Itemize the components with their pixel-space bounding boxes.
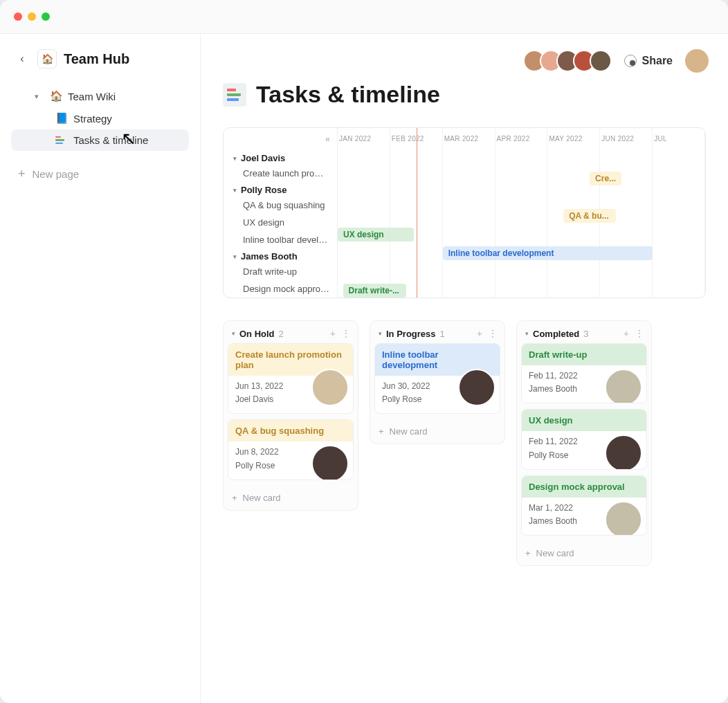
current-user-avatar[interactable] (685, 49, 709, 73)
sidebar: ‹ 🏠 Team Hub ▾ 🏠 Team Wiki 📘 Strategy Ta… (0, 34, 201, 703)
plus-icon: + (232, 493, 237, 503)
kanban-card[interactable]: Design mock approvalMar 1, 2022James Boo… (521, 475, 647, 536)
app-window: ‹ 🏠 Team Hub ▾ 🏠 Team Wiki 📘 Strategy Ta… (0, 0, 728, 703)
share-label: Share (642, 55, 673, 67)
tree-item-tasks-timeline[interactable]: Tasks & timeline (11, 129, 189, 151)
group-name: James Booth (241, 251, 298, 262)
tree-item-strategy[interactable]: 📘 Strategy (11, 107, 189, 129)
share-button[interactable]: Share (624, 55, 673, 67)
board-name: In Progress (386, 329, 436, 339)
add-card-button[interactable]: + (477, 328, 482, 339)
chevron-down-icon[interactable]: ▾ (233, 253, 237, 260)
month-label: APR 2022 (495, 128, 548, 150)
month-label: JUN 2022 (600, 128, 653, 150)
kanban-card[interactable]: Create launch promotion planJun 13, 2022… (228, 343, 354, 414)
collaborator-avatars[interactable] (523, 50, 612, 72)
workspace-icon: 🏠 (37, 49, 57, 69)
board-header: ▾Completed3+⋮ (517, 321, 651, 343)
group-name: Joel Davis (241, 153, 285, 163)
group-name: Polly Rose (241, 185, 286, 195)
kanban-card[interactable]: Draft write-upFeb 11, 2022James Booth (521, 343, 647, 403)
tree-label: Strategy (73, 113, 112, 125)
add-card-button[interactable]: + (330, 328, 336, 339)
board-column: ▾On Hold2+⋮Create launch promotion planJ… (223, 320, 358, 511)
new-page-button[interactable]: + New page (11, 161, 189, 187)
chevron-down-icon[interactable]: ▾ (379, 330, 382, 337)
timeline-group[interactable]: ▾Polly Rose (224, 182, 337, 197)
assignee-avatar (605, 435, 642, 469)
tree-item-team-wiki[interactable]: ▾ 🏠 Team Wiki (11, 85, 189, 107)
page-title-text: Tasks & timeline (256, 81, 440, 108)
top-bar: Share (523, 49, 709, 73)
card-title: Design mock approval (522, 476, 646, 497)
window-minimize-icon[interactable] (28, 12, 36, 21)
assignee-avatar (605, 369, 642, 403)
new-card-button[interactable]: +New card (224, 486, 358, 510)
gantt-icon (55, 136, 68, 145)
board-count: 1 (440, 329, 445, 339)
timeline-task-label[interactable]: Design mock approval (224, 280, 337, 298)
board-menu-button[interactable]: ⋮ (488, 328, 498, 339)
board-column: ▾Completed3+⋮Draft write-upFeb 11, 2022J… (516, 320, 652, 566)
chevron-down-icon: ▾ (35, 92, 44, 101)
timeline-bar[interactable]: QA & bu... (563, 209, 616, 223)
timeline-group[interactable]: ▾Joel Davis (224, 150, 337, 165)
timeline-task-label[interactable]: UX design (224, 214, 337, 231)
timeline-task-list: « ▾Joel DavisCreate launch promot...▾Pol… (224, 128, 338, 298)
new-card-button[interactable]: +New card (370, 419, 504, 444)
timeline-bar[interactable]: Inline toolbar development (443, 246, 653, 260)
chevron-down-icon[interactable]: ▾ (233, 155, 237, 162)
assignee-avatar (311, 445, 349, 480)
chevron-down-icon[interactable]: ▾ (525, 330, 529, 337)
chevron-down-icon[interactable]: ▾ (233, 187, 237, 194)
timeline-bar[interactable]: UX design (338, 228, 414, 241)
gantt-icon (223, 83, 246, 107)
new-page-label: New page (33, 168, 80, 180)
timeline-task-label[interactable]: Draft write-up (224, 263, 337, 280)
timeline-group[interactable]: ▾James Booth (224, 248, 337, 263)
card-title: Draft write-up (522, 344, 646, 365)
kanban-card[interactable]: UX designFeb 11, 2022Polly Rose (521, 409, 647, 469)
board-menu-button[interactable]: ⋮ (635, 328, 644, 339)
board-count: 2 (279, 329, 284, 339)
assignee-avatar (605, 501, 642, 536)
page-title: Tasks & timeline (223, 81, 706, 108)
avatar[interactable] (590, 50, 612, 72)
board-menu-button[interactable]: ⋮ (341, 328, 351, 339)
new-card-button[interactable]: +New card (517, 541, 651, 565)
timeline-task-label[interactable]: Inline toolbar develop... (224, 231, 337, 248)
assignee-avatar (458, 369, 495, 406)
card-title: QA & bug squashing (228, 420, 353, 441)
globe-icon (624, 55, 637, 67)
home-icon: 🏠 (50, 90, 62, 102)
plus-icon: + (525, 548, 531, 558)
timeline-bar[interactable]: Draft write-... (343, 284, 406, 298)
timeline-chart[interactable]: JAN 2022FEB 2022MAR 2022APR 2022MAY 2022… (338, 128, 705, 298)
window-close-icon[interactable] (14, 12, 22, 21)
window-titlebar (0, 0, 728, 33)
kanban-card[interactable]: Inline toolbar developmentJun 30, 2022Po… (374, 343, 500, 414)
kanban-card[interactable]: QA & bug squashingJun 8, 2022Polly Rose (228, 419, 354, 480)
tree-label: Team Wiki (68, 91, 116, 102)
timeline-task-label[interactable]: QA & bug squashing (224, 197, 337, 214)
plus-icon: + (379, 426, 384, 437)
timeline-task-label[interactable]: Create launch promot... (224, 165, 337, 182)
card-title: UX design (522, 410, 646, 431)
board-name: Completed (533, 329, 579, 339)
timeline-bar[interactable]: Cre... (590, 172, 621, 185)
new-card-label: New card (390, 426, 428, 437)
add-card-button[interactable]: + (624, 328, 629, 339)
plus-icon: + (18, 167, 26, 180)
board-header: ▾On Hold2+⋮ (224, 321, 358, 343)
board-header: ▾In Progress1+⋮ (370, 321, 504, 343)
doc-icon: 📘 (55, 112, 68, 125)
month-label: MAR 2022 (443, 128, 495, 150)
sidebar-header: ‹ 🏠 Team Hub (11, 45, 189, 73)
window-zoom-icon[interactable] (42, 12, 50, 21)
collapse-icon[interactable]: « (325, 134, 330, 144)
chevron-down-icon[interactable]: ▾ (232, 330, 235, 337)
new-card-label: New card (243, 493, 281, 503)
main-content: Share Tasks & timeline « ▾Joel DavisCrea… (201, 34, 728, 703)
new-card-label: New card (536, 548, 574, 558)
back-button[interactable]: ‹ (14, 51, 30, 67)
